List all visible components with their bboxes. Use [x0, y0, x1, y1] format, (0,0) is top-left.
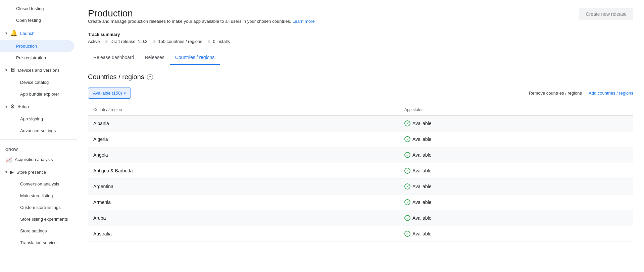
- sidebar-item-conversion[interactable]: Conversion analysis: [0, 178, 74, 190]
- status-text: Available: [412, 121, 432, 126]
- sidebar-group-launch[interactable]: ▾ 🔔 Launch: [0, 26, 77, 40]
- sidebar-item-pre-registration[interactable]: Pre-registration: [0, 52, 74, 64]
- status-text: Available: [412, 215, 432, 221]
- tab-releases[interactable]: Releases: [139, 51, 169, 65]
- check-circle-icon: ✓: [404, 199, 410, 205]
- section-title-text: Countries / regions: [88, 73, 144, 81]
- sidebar-item-device-catalog[interactable]: Device catalog: [0, 76, 74, 88]
- check-circle-icon: ✓: [404, 168, 410, 174]
- sidebar-item-custom-store[interactable]: Custom store listings: [0, 202, 74, 213]
- table-row: Antigua & Barbuda✓Available: [88, 163, 633, 179]
- translation-label: Translation service: [20, 240, 57, 245]
- gear-icon: ⚙: [10, 103, 15, 110]
- setup-chevron-icon: ▾: [5, 104, 7, 109]
- devices-label: Devices and versions: [18, 68, 60, 73]
- active-label: Active: [88, 39, 100, 44]
- filter-left: Available (150) ▾: [88, 88, 131, 99]
- table-row: Angola✓Available: [88, 147, 633, 163]
- store-presence-label: Store presence: [16, 170, 46, 175]
- info-icon[interactable]: ?: [147, 74, 153, 80]
- country-name: Armenia: [88, 195, 399, 210]
- filter-label: Available (150): [93, 91, 122, 96]
- status-text: Available: [412, 231, 432, 236]
- chart-icon: 📈: [5, 156, 12, 163]
- devices-chevron-icon: ▾: [5, 68, 7, 72]
- production-label: Production: [16, 44, 37, 49]
- device-catalog-label: Device catalog: [20, 80, 49, 85]
- sidebar-item-translation[interactable]: Translation service: [0, 237, 74, 249]
- check-circle-icon: ✓: [404, 183, 410, 189]
- sidebar-item-open-testing[interactable]: Open testing: [0, 14, 74, 26]
- installs-item: 0 installs: [208, 39, 230, 44]
- page-subtitle: Create and manage production releases to…: [88, 19, 315, 24]
- app-bundle-label: App bundle explorer: [20, 92, 59, 97]
- sidebar-item-store-settings[interactable]: Store settings: [0, 225, 74, 237]
- monitor-icon: 🖥: [10, 67, 15, 73]
- draft-release-label: Draft release: 1.0.3: [110, 39, 148, 44]
- track-summary-info: Active Draft release: 1.0.3 150 countrie…: [88, 39, 633, 44]
- sidebar-divider: [0, 139, 77, 140]
- status-text: Available: [412, 152, 432, 158]
- table-row: Argentina✓Available: [88, 179, 633, 195]
- installs-label: 0 installs: [213, 39, 230, 44]
- sidebar-item-advanced-settings[interactable]: Advanced settings: [0, 125, 74, 137]
- create-release-button[interactable]: Create new release: [579, 8, 633, 20]
- store-chevron-icon: ▾: [5, 170, 7, 174]
- draft-dot: [105, 40, 108, 43]
- country-status: ✓Available: [399, 210, 633, 226]
- sidebar-item-main-store[interactable]: Main store listing: [0, 190, 74, 202]
- sidebar-item-closed-testing[interactable]: Closed testing: [0, 3, 74, 14]
- open-testing-label: Open testing: [16, 18, 41, 23]
- main-store-label: Main store listing: [20, 193, 53, 198]
- filter-right: Remove countries / regions Add countries…: [529, 89, 633, 98]
- sidebar-item-acquisition[interactable]: 📈 Acquisition analysis: [0, 153, 74, 166]
- status-text: Available: [412, 200, 432, 205]
- country-name: Albania: [88, 116, 399, 131]
- tab-release-dashboard[interactable]: Release dashboard: [88, 51, 139, 65]
- country-status: ✓Available: [399, 163, 633, 179]
- tab-countries-regions[interactable]: Countries / regions: [170, 51, 220, 65]
- add-countries-button[interactable]: Add countries / regions: [589, 89, 633, 98]
- sidebar-item-production[interactable]: Production: [0, 40, 74, 52]
- installs-dot: [208, 40, 210, 43]
- table-row: Australia✓Available: [88, 226, 633, 242]
- country-status: ✓Available: [399, 195, 633, 210]
- country-name: Algeria: [88, 131, 399, 147]
- draft-release-item: Draft release: 1.0.3: [105, 39, 147, 44]
- sidebar-group-store-presence[interactable]: ▾ ▶ Store presence: [0, 166, 77, 178]
- learn-more-link[interactable]: Learn more: [292, 19, 314, 24]
- col-status: App status: [399, 104, 633, 116]
- remove-countries-button[interactable]: Remove countries / regions: [529, 89, 582, 98]
- page-title: Production: [88, 8, 315, 19]
- sidebar-item-store-experiments[interactable]: Store listing experiments: [0, 213, 74, 225]
- custom-store-label: Custom store listings: [20, 205, 61, 210]
- subtitle-text: Create and manage production releases to…: [88, 19, 291, 24]
- country-status: ✓Available: [399, 147, 633, 163]
- col-country: Country / region: [88, 104, 399, 116]
- available-filter-button[interactable]: Available (150) ▾: [88, 88, 131, 99]
- sidebar-item-app-signing[interactable]: App signing: [0, 113, 74, 125]
- launch-chevron-icon: ▾: [5, 31, 7, 36]
- sidebar: Closed testing Open testing ▾ 🔔 Launch P…: [0, 0, 77, 272]
- countries-dot: [153, 40, 156, 43]
- store-experiments-label: Store listing experiments: [20, 217, 68, 222]
- check-circle-icon: ✓: [404, 231, 410, 237]
- conversion-label: Conversion analysis: [20, 181, 59, 186]
- countries-section: Countries / regions ? Available (150) ▾ …: [88, 73, 633, 242]
- tabs-container: Release dashboard Releases Countries / r…: [88, 51, 633, 65]
- setup-label: Setup: [17, 104, 29, 109]
- table-row: Albania✓Available: [88, 116, 633, 131]
- country-status: ✓Available: [399, 226, 633, 242]
- country-name: Aruba: [88, 210, 399, 226]
- sidebar-group-devices[interactable]: ▾ 🖥 Devices and versions: [0, 64, 77, 76]
- page-header: Production Create and manage production …: [88, 8, 633, 29]
- launch-icon: 🔔: [10, 30, 17, 37]
- country-name: Antigua & Barbuda: [88, 163, 399, 179]
- country-status: ✓Available: [399, 179, 633, 195]
- country-status: ✓Available: [399, 131, 633, 147]
- country-name: Australia: [88, 226, 399, 242]
- countries-count-label: 150 countries / regions: [158, 39, 202, 44]
- sidebar-item-app-bundle[interactable]: App bundle explorer: [0, 88, 74, 100]
- pre-registration-label: Pre-registration: [16, 55, 46, 60]
- sidebar-group-setup[interactable]: ▾ ⚙ Setup: [0, 100, 77, 113]
